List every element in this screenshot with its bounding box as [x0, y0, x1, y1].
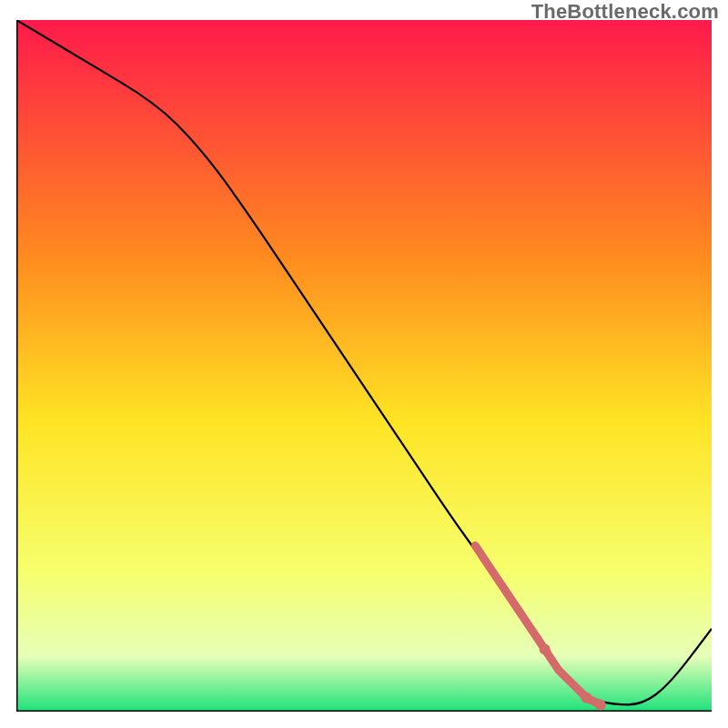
- bottleneck-chart: [16, 20, 712, 712]
- watermark-text: TheBottleneck.com: [531, 0, 719, 24]
- highlight-dot: [595, 699, 606, 710]
- highlight-dot: [540, 644, 551, 655]
- gradient-background: [16, 20, 712, 712]
- chart-root: { "watermark": "TheBottleneck.com", "col…: [0, 0, 728, 728]
- highlight-dot: [581, 693, 592, 703]
